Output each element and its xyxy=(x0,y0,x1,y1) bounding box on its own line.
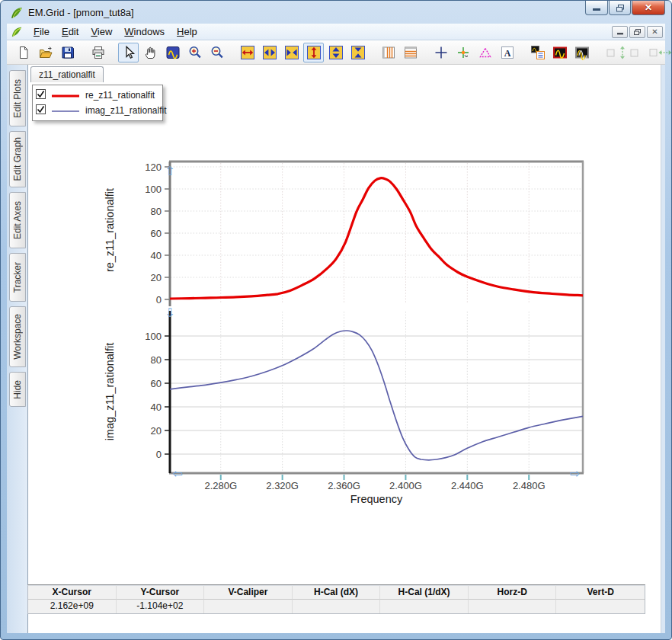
fit-horizontal-icon xyxy=(648,45,672,60)
zoom-window-button[interactable] xyxy=(162,43,183,62)
menu-view[interactable]: View xyxy=(85,24,118,39)
v-arrows-red-button[interactable] xyxy=(303,43,324,62)
menu-file[interactable]: File xyxy=(27,24,56,39)
mdi-restore-button[interactable] xyxy=(629,26,645,38)
status-header-h-cal-dx-: H-Cal (dX) xyxy=(293,586,381,600)
mdi-close-icon: ✕ xyxy=(651,27,658,36)
sidebar-tab-label: Edit Axes xyxy=(12,195,23,245)
window-controls: ✕ xyxy=(584,1,665,15)
legend-checkbox[interactable] xyxy=(36,88,46,102)
titlebar[interactable]: EM.Grid - [pmom_tut8a] ✕ xyxy=(7,2,665,24)
status-value-0: 2.162e+09 xyxy=(28,600,117,613)
text-annotation-button[interactable]: A xyxy=(497,43,517,62)
select-cursor-icon xyxy=(121,45,136,60)
sidebar-tab-tracker[interactable]: Tracker xyxy=(9,253,26,302)
edit-plot-icon xyxy=(552,45,568,60)
zoom-window-icon xyxy=(165,45,181,60)
status-header-v-caliper: V-Caliper xyxy=(204,586,293,600)
save-file-button[interactable] xyxy=(57,43,78,62)
print-icon xyxy=(91,45,106,60)
zoom-in-button[interactable] xyxy=(184,43,205,62)
tracker-marker-icon xyxy=(456,45,471,60)
sidebar-tab-edit-graph[interactable]: Edit Graph xyxy=(9,131,26,187)
fit-vertical-button xyxy=(602,43,643,62)
sidebar-tab-label: Hide xyxy=(12,374,23,405)
sidebar-tab-label: Edit Plots xyxy=(12,73,23,124)
plot-properties-button[interactable] xyxy=(527,43,548,62)
v-out-blue-button[interactable] xyxy=(325,43,346,62)
status-header-vert-d: Vert-D xyxy=(556,586,645,600)
legend-checkbox[interactable] xyxy=(36,104,46,117)
h-out-blue-icon xyxy=(262,45,277,60)
legend-line-sample xyxy=(50,88,81,102)
edit-plot-button[interactable] xyxy=(549,43,570,62)
status-value-2 xyxy=(204,600,293,613)
workspace: Edit PlotsEdit GraphEdit AxesTrackerWork… xyxy=(7,65,665,633)
window-title: EM.Grid - [pmom_tut8a] xyxy=(28,7,134,18)
new-document-button[interactable] xyxy=(13,43,34,62)
tab-label: z11_rationalfit xyxy=(39,69,95,80)
sidebar-tab-edit-axes[interactable]: Edit Axes xyxy=(9,192,26,248)
overlay-plots-icon xyxy=(574,45,590,60)
pan-hand-icon xyxy=(143,45,158,60)
menu-edit[interactable]: Edit xyxy=(56,24,85,39)
vertical-gridlines-icon xyxy=(381,45,396,60)
fit-vertical-icon xyxy=(605,45,640,60)
close-button[interactable]: ✕ xyxy=(632,1,665,15)
sidebar-tab-label: Workspace xyxy=(12,308,23,366)
zoom-in-icon xyxy=(187,45,203,60)
status-header-y-cursor: Y-Cursor xyxy=(117,586,205,600)
restore-button[interactable] xyxy=(609,1,631,15)
horizontal-gridlines-button[interactable] xyxy=(400,43,421,62)
h-in-blue-icon xyxy=(284,45,299,60)
plot-page[interactable]: z11_rationalfit re_z11_rationalfitimag_z… xyxy=(27,65,661,633)
sidebar-tab-workspace[interactable]: Workspace xyxy=(9,306,26,367)
select-cursor-button[interactable] xyxy=(118,43,139,62)
sidebar: Edit PlotsEdit GraphEdit AxesTrackerWork… xyxy=(7,65,27,633)
v-arrows-red-icon xyxy=(306,45,322,60)
app-icon xyxy=(10,6,24,20)
sidebar-tab-edit-plots[interactable]: Edit Plots xyxy=(9,70,26,126)
h-in-blue-button[interactable] xyxy=(281,43,302,62)
menu-help[interactable]: Help xyxy=(171,24,203,39)
text-annotation-icon: A xyxy=(500,45,515,60)
close-icon: ✕ xyxy=(645,2,652,13)
tab-z11-rationalfit[interactable]: z11_rationalfit xyxy=(30,66,104,82)
mdi-close-button[interactable]: ✕ xyxy=(647,26,663,38)
tracker-marker-button[interactable] xyxy=(453,43,473,62)
print-button[interactable] xyxy=(88,43,108,62)
pan-hand-button[interactable] xyxy=(140,43,161,62)
status-value-6 xyxy=(556,600,645,613)
menu-items: FileEditViewWindowsHelp xyxy=(27,24,203,39)
cursor-status-table: X-CursorY-CursorV-CaliperH-Cal (dX)H-Cal… xyxy=(27,584,645,614)
mdi-minimize-button[interactable] xyxy=(612,26,628,38)
open-file-icon xyxy=(38,45,53,60)
minimize-button[interactable] xyxy=(585,1,608,15)
v-out-blue-icon xyxy=(328,45,344,60)
overlay-plots-button[interactable] xyxy=(571,43,592,62)
open-file-button[interactable] xyxy=(35,43,56,62)
v-in-blue-icon xyxy=(350,45,366,60)
caliper-triangle-button[interactable] xyxy=(475,43,495,62)
vertical-gridlines-button[interactable] xyxy=(378,43,398,62)
zoom-out-button[interactable] xyxy=(206,43,227,62)
sidebar-tab-hide[interactable]: Hide xyxy=(9,372,26,407)
h-out-blue-button[interactable] xyxy=(259,43,280,62)
new-document-icon xyxy=(16,45,31,60)
status-value-4 xyxy=(380,600,469,613)
mdi-minimize-icon xyxy=(616,29,624,35)
caliper-triangle-icon xyxy=(478,45,493,60)
legend-label: re_z11_rationalfit xyxy=(85,90,155,101)
status-header-h-cal-1-dx-: H-Cal (1/dX) xyxy=(380,586,469,600)
status-value-5 xyxy=(469,600,557,613)
status-value-1: -1.104e+02 xyxy=(117,600,205,613)
cross-marker-button[interactable] xyxy=(430,43,451,62)
menu-windows[interactable]: Windows xyxy=(118,24,171,39)
status-header-horz-d: Horz-D xyxy=(469,586,557,600)
legend-label: imag_z11_rationalfit xyxy=(85,105,167,116)
svg-text:A: A xyxy=(504,47,510,58)
app-window: EM.Grid - [pmom_tut8a] ✕ FileEditViewWin… xyxy=(0,0,672,640)
h-arrows-red-button[interactable] xyxy=(237,43,258,62)
restore-icon xyxy=(616,4,625,12)
v-in-blue-button[interactable] xyxy=(347,43,368,62)
